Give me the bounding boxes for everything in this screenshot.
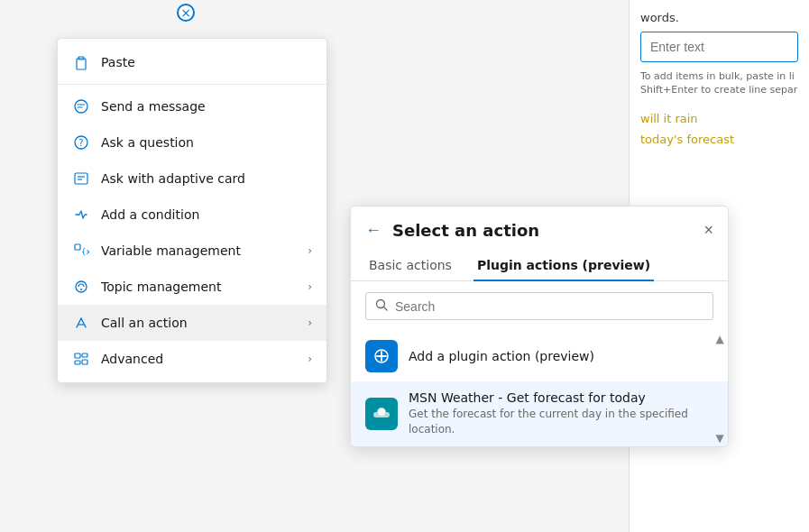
advanced-label: Advanced	[101, 352, 297, 366]
action-list: Add a plugin action (preview) MSN Weathe…	[351, 331, 728, 446]
variable-chevron-icon: ›	[308, 244, 312, 257]
action-panel-title: Select an action	[392, 221, 693, 240]
tag-todays-forecast: today's forecast	[640, 133, 798, 146]
svg-rect-0	[77, 59, 86, 69]
paste-icon	[72, 53, 90, 71]
enter-text-input[interactable]	[640, 32, 798, 62]
topic-icon	[72, 278, 90, 296]
menu-item-add-condition[interactable]: Add a condition	[58, 197, 326, 233]
msn-weather-desc: Get the forecast for the current day in …	[409, 407, 713, 437]
svg-rect-14	[75, 361, 80, 364]
send-message-label: Send a message	[101, 99, 312, 114]
scroll-up-arrow[interactable]: ▲	[713, 331, 726, 347]
search-icon	[375, 298, 388, 314]
svg-text:{x}: {x}	[81, 247, 89, 256]
back-button[interactable]: ←	[365, 221, 382, 240]
action-list-wrapper: Add a plugin action (preview) MSN Weathe…	[351, 331, 728, 446]
variable-mgmt-label: Variable management	[101, 243, 297, 258]
menu-item-topic-mgmt[interactable]: Topic management ›	[58, 269, 326, 305]
add-plugin-name: Add a plugin action (preview)	[409, 349, 713, 363]
svg-point-10	[76, 281, 87, 292]
action-panel-tabs: Basic actions Plugin actions (preview)	[351, 251, 728, 281]
ask-question-label: Ask a question	[101, 135, 312, 150]
svg-rect-13	[75, 353, 80, 358]
call-action-chevron-icon: ›	[308, 316, 312, 329]
svg-text:?: ?	[78, 138, 83, 148]
menu-item-call-action[interactable]: Call an action ›	[58, 305, 326, 341]
add-plugin-info: Add a plugin action (preview)	[409, 349, 713, 363]
tab-basic-actions[interactable]: Basic actions	[365, 251, 455, 281]
svg-line-18	[384, 307, 388, 311]
search-box	[365, 292, 713, 320]
hint-text: To add items in bulk, paste in li Shift+…	[640, 69, 798, 97]
message-icon	[72, 97, 90, 115]
node-close-button[interactable]	[177, 4, 195, 22]
paste-label: Paste	[101, 55, 312, 69]
svg-rect-15	[82, 353, 87, 357]
call-action-label: Call an action	[101, 316, 297, 330]
call-action-icon	[72, 314, 90, 332]
menu-item-paste[interactable]: Paste	[58, 44, 326, 80]
tab-plugin-actions[interactable]: Plugin actions (preview)	[473, 251, 654, 281]
menu-item-ask-question[interactable]: ? Ask a question	[58, 124, 326, 161]
menu-item-ask-adaptive[interactable]: Ask with adaptive card	[58, 161, 326, 197]
action-panel-header: ← Select an action ×	[351, 206, 728, 240]
question-icon: ?	[72, 133, 90, 151]
topic-chevron-icon: ›	[308, 280, 312, 293]
svg-point-2	[75, 100, 87, 113]
menu-item-send-message[interactable]: Send a message	[58, 88, 326, 124]
variable-icon: {x}	[72, 242, 90, 260]
svg-point-11	[80, 289, 82, 290]
topic-mgmt-label: Topic management	[101, 280, 297, 294]
plugin-action-icon	[365, 340, 398, 372]
context-menu: Paste Send a message ? Ask a question	[57, 38, 327, 383]
action-item-add-plugin[interactable]: Add a plugin action (preview)	[351, 331, 728, 381]
msn-weather-info: MSN Weather - Get forecast for today Get…	[409, 390, 713, 437]
svg-rect-8	[75, 244, 80, 250]
condition-icon	[72, 206, 90, 224]
search-input[interactable]	[395, 299, 703, 314]
action-item-msn-weather[interactable]: MSN Weather - Get forecast for today Get…	[351, 381, 728, 446]
msn-weather-name: MSN Weather - Get forecast for today	[409, 390, 713, 405]
advanced-chevron-icon: ›	[308, 353, 312, 365]
add-condition-label: Add a condition	[101, 207, 312, 222]
ask-adaptive-label: Ask with adaptive card	[101, 171, 312, 186]
advanced-icon	[72, 350, 90, 368]
tag-will-it-rain: will it rain	[640, 112, 798, 125]
adaptive-card-icon	[72, 170, 90, 188]
menu-divider-1	[58, 84, 326, 85]
weather-action-icon	[365, 398, 398, 430]
menu-item-advanced[interactable]: Advanced ›	[58, 341, 326, 377]
action-panel: ← Select an action × Basic actions Plugi…	[350, 206, 729, 447]
svg-rect-16	[82, 360, 87, 364]
scroll-down-arrow[interactable]: ▼	[713, 430, 726, 446]
words-label: words.	[640, 11, 798, 24]
action-panel-close-button[interactable]: ×	[703, 221, 713, 240]
menu-item-variable-mgmt[interactable]: {x} Variable management ›	[58, 233, 326, 269]
svg-rect-5	[75, 173, 87, 184]
action-panel-search	[365, 292, 713, 320]
